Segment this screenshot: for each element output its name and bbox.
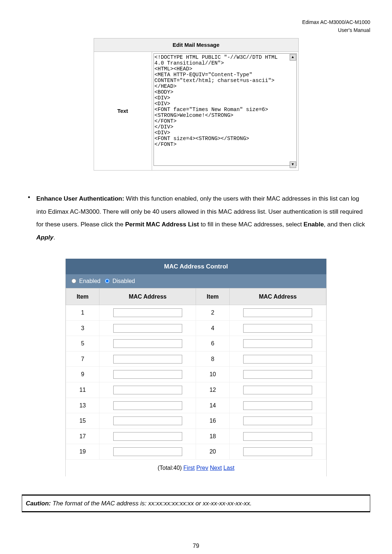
mac-input[interactable] (243, 401, 312, 410)
paragraph-body4: . (53, 234, 55, 241)
caution-text: The format of the MAC address is: xx:xx:… (51, 500, 252, 507)
paging-prev[interactable]: Prev (196, 465, 208, 471)
edit-mail-text-label: Text (94, 52, 152, 170)
mac-input[interactable] (243, 432, 312, 441)
mac-cell (99, 367, 196, 382)
table-row: 1112 (66, 382, 326, 398)
mac-cell (229, 305, 326, 321)
item-cell: 3 (66, 320, 99, 336)
col-item-1: Item (66, 288, 99, 305)
caution-box: Caution: The format of the MAC address i… (22, 495, 370, 512)
mac-address-table: Item MAC Address Item MAC Address 123456… (66, 288, 326, 460)
mac-enable-row: Enabled Disabled (66, 274, 326, 288)
item-cell: 19 (66, 444, 99, 460)
mac-input[interactable] (113, 401, 182, 410)
table-row: 1516 (66, 413, 326, 429)
bullet-icon: • (22, 192, 36, 244)
table-row: 1314 (66, 398, 326, 413)
mac-cell (99, 382, 196, 398)
item-cell: 7 (66, 351, 99, 367)
mac-input[interactable] (113, 416, 182, 425)
mac-cell (229, 398, 326, 413)
paging-total: (Total:40) (158, 465, 183, 471)
mac-cell (229, 444, 326, 460)
table-row: 78 (66, 351, 326, 367)
mac-input[interactable] (113, 370, 182, 379)
item-cell: 20 (196, 444, 229, 460)
item-cell: 12 (196, 382, 229, 398)
mac-input[interactable] (113, 447, 182, 456)
item-cell: 2 (196, 305, 229, 321)
mac-cell (99, 336, 196, 352)
table-row: 910 (66, 367, 326, 382)
paging-next[interactable]: Next (210, 465, 222, 471)
col-mac-1: MAC Address (99, 288, 196, 305)
mac-input[interactable] (113, 324, 182, 333)
mac-input[interactable] (243, 339, 312, 348)
mac-cell (99, 428, 196, 444)
mac-input[interactable] (243, 370, 312, 379)
item-cell: 1 (66, 305, 99, 321)
mac-control-title: MAC Address Control (66, 259, 326, 274)
mac-input[interactable] (113, 355, 182, 364)
mac-input[interactable] (243, 308, 312, 317)
paragraph-strong2: Enable (303, 221, 324, 228)
page-header: Edimax AC-M3000/AC-M1000 User's Manual (22, 18, 370, 34)
paragraph-body2: to fill in these MAC addresses, select (199, 221, 303, 228)
disabled-label: Disabled (113, 276, 135, 286)
table-row: 12 (66, 305, 326, 321)
mac-input[interactable] (243, 416, 312, 425)
doc-type: User's Manual (338, 27, 370, 33)
item-cell: 9 (66, 367, 99, 382)
radio-disabled[interactable] (105, 279, 110, 283)
item-cell: 16 (196, 413, 229, 429)
mac-cell (229, 336, 326, 352)
mac-input[interactable] (243, 386, 312, 394)
mac-input[interactable] (243, 324, 312, 333)
scroll-up-icon[interactable]: ▲ (290, 54, 296, 61)
mac-cell (99, 305, 196, 321)
edit-mail-title: Edit Mail Message (94, 38, 298, 52)
table-row: 1718 (66, 428, 326, 444)
mac-input[interactable] (113, 308, 182, 317)
paging-last[interactable]: Last (224, 465, 234, 471)
mac-cell (229, 413, 326, 429)
mac-input[interactable] (113, 386, 182, 394)
table-row: 1920 (66, 444, 326, 460)
product-name: Edimax AC-M3000/AC-M1000 (302, 19, 370, 25)
item-cell: 13 (66, 398, 99, 413)
mac-input[interactable] (243, 447, 312, 456)
mac-cell (99, 413, 196, 429)
item-cell: 18 (196, 428, 229, 444)
radio-enabled[interactable] (72, 279, 76, 283)
mac-input[interactable] (113, 339, 182, 348)
item-cell: 10 (196, 367, 229, 382)
paragraph-strong1: Permit MAC Address List (125, 221, 199, 228)
item-cell: 6 (196, 336, 229, 352)
table-row: 56 (66, 336, 326, 352)
mac-input[interactable] (113, 432, 182, 441)
paragraph-lead: Enhance User Authentication: (36, 195, 124, 202)
mac-cell (229, 320, 326, 336)
mac-cell (99, 444, 196, 460)
caution-label: Caution: (26, 500, 51, 507)
page-number: 79 (22, 541, 370, 551)
item-cell: 4 (196, 320, 229, 336)
mac-cell (99, 398, 196, 413)
mac-input[interactable] (243, 355, 312, 364)
paragraph-strong3: Apply (36, 234, 53, 241)
mac-cell (229, 351, 326, 367)
mac-cell (229, 367, 326, 382)
col-mac-2: MAC Address (229, 288, 326, 305)
mac-address-control-panel: MAC Address Control Enabled Disabled Ite… (65, 259, 327, 476)
mac-cell (99, 351, 196, 367)
edit-mail-textarea[interactable] (154, 53, 297, 166)
scroll-down-icon[interactable]: ▼ (290, 161, 296, 168)
paging-first[interactable]: First (183, 465, 195, 471)
col-item-2: Item (196, 288, 229, 305)
mac-cell (229, 428, 326, 444)
item-cell: 14 (196, 398, 229, 413)
item-cell: 11 (66, 382, 99, 398)
paragraph-enhance-auth: • Enhance User Authentication: With this… (22, 192, 370, 244)
mac-cell (229, 382, 326, 398)
